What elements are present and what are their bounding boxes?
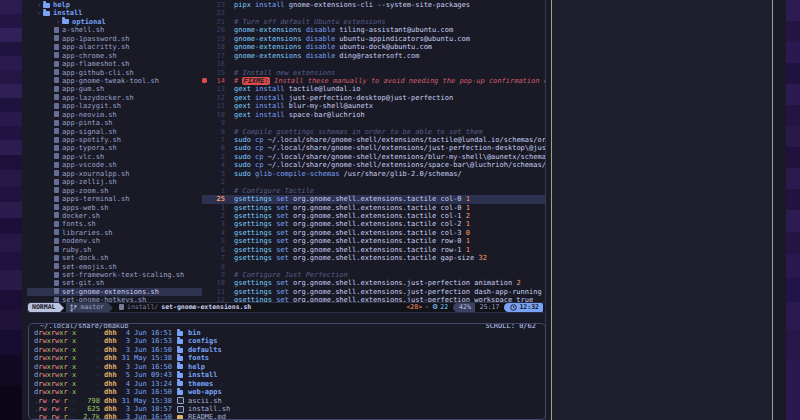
tree-item-app-gnome-tweak-tool.sh[interactable]: app-gnome-tweak-tool.sh bbox=[27, 77, 202, 85]
editor-line[interactable]: 16 bbox=[202, 60, 545, 68]
tree-item-set-git.sh[interactable]: set-git.sh bbox=[27, 279, 202, 287]
tree-item-set-emojis.sh[interactable]: set-emojis.sh bbox=[27, 263, 202, 271]
editor-line[interactable]: 21# Turn off default Ubuntu extensions bbox=[202, 18, 545, 26]
tree-item-app-pinta.sh[interactable]: app-pinta.sh bbox=[27, 119, 202, 127]
code-token: ~/.local/share/gnome-shell/extensions/ta… bbox=[264, 136, 545, 144]
editor-line[interactable]: 20gnome-extensions disable tiling-assist… bbox=[202, 26, 545, 34]
editor-line[interactable]: 15# Install new extensions bbox=[202, 69, 545, 77]
editor-line[interactable]: 1# Configure Tactile bbox=[202, 187, 545, 195]
tree-item-app-typora.sh[interactable]: app-typora.sh bbox=[27, 144, 202, 152]
editor-line[interactable]: 9# Configure Just Perfection bbox=[202, 271, 545, 279]
tree-item-ruby.sh[interactable]: ruby.sh bbox=[27, 246, 202, 254]
tree-item-app-vlc.sh[interactable]: app-vlc.sh bbox=[27, 153, 202, 161]
code-token: 2 bbox=[462, 212, 470, 220]
editor-line[interactable]: 25gsettings set org.gnome.shell.extensio… bbox=[202, 195, 545, 203]
editor-line[interactable]: 3gsettings set org.gnome.shell.extension… bbox=[202, 220, 545, 228]
code-token: set bbox=[272, 195, 289, 203]
editor-line[interactable]: 8 bbox=[202, 263, 545, 271]
right-pane[interactable] bbox=[551, 0, 773, 420]
editor-line[interactable]: 2gsettings set org.gnome.shell.extension… bbox=[202, 212, 545, 220]
editor-line[interactable]: 10gsettings set org.gnome.shell.extensio… bbox=[202, 279, 545, 287]
editor-line[interactable]: 10gext install space-bar@luchrioh bbox=[202, 111, 545, 119]
tree-item-app-lazydocker.sh[interactable]: app-lazydocker.sh bbox=[27, 94, 202, 102]
tree-item-label: apps-web.sh bbox=[62, 204, 108, 212]
code-text: gsettings set org.gnome.shell.extensions… bbox=[234, 288, 542, 296]
code-token: org.gnome.shell.extensions.tactile col-1 bbox=[289, 212, 462, 220]
code-text: gext install just-perfection-desktop@jus… bbox=[234, 94, 453, 102]
tree-item-app-alacritty.sh[interactable]: app-alacritty.sh bbox=[27, 43, 202, 51]
tree-item-app-1password.sh[interactable]: app-1password.sh bbox=[27, 35, 202, 43]
tree-item-app-vscode.sh[interactable]: app-vscode.sh bbox=[27, 161, 202, 169]
clock-time: 12:32 bbox=[519, 303, 539, 312]
file-name: install bbox=[188, 371, 218, 379]
tree-item-docker.sh[interactable]: docker.sh bbox=[27, 212, 202, 220]
editor-line[interactable]: 4sudo cp ~/.local/share/gnome-shell/exte… bbox=[202, 161, 545, 169]
editor-line[interactable]: 5sudo cp ~/.local/share/gnome-shell/exte… bbox=[202, 153, 545, 161]
tree-item-libraries.sh[interactable]: libraries.sh bbox=[27, 229, 202, 237]
shell-file-icon bbox=[177, 397, 184, 404]
line-number: 21 bbox=[210, 18, 225, 26]
tree-item-app-chrome.sh[interactable]: app-chrome.sh bbox=[27, 52, 202, 60]
editor-line[interactable]: 22 bbox=[202, 9, 545, 17]
file-date: 3 Jun 16:50 bbox=[121, 346, 172, 354]
editor-line[interactable]: 7sudo cp ~/.local/share/gnome-shell/exte… bbox=[202, 136, 545, 144]
line-number: 13 bbox=[210, 85, 225, 93]
shell-file-icon bbox=[54, 137, 59, 143]
code-token: gsettings bbox=[234, 204, 272, 212]
code-token: gsettings bbox=[234, 195, 272, 203]
editor-line[interactable]: 13gext install tactile@lundal.io bbox=[202, 85, 545, 93]
editor-line[interactable]: 18gnome-extensions disable ubuntu-dock@u… bbox=[202, 43, 545, 51]
tree-item-app-github-cli.sh[interactable]: app-github-cli.sh bbox=[27, 69, 202, 77]
editor-line[interactable]: 7gsettings set org.gnome.shell.extension… bbox=[202, 254, 545, 262]
editor-line[interactable]: 3sudo glib-compile-schemas /usr/share/gl… bbox=[202, 170, 545, 178]
editor-line[interactable]: 4gsettings set org.gnome.shell.extension… bbox=[202, 229, 545, 237]
tree-item-app-spotify.sh[interactable]: app-spotify.sh bbox=[27, 136, 202, 144]
code-token: install bbox=[251, 85, 285, 93]
tree-item-app-flameshot.sh[interactable]: app-flameshot.sh bbox=[27, 60, 202, 68]
tree-item-install[interactable]: ›install bbox=[27, 9, 202, 17]
file-owner: dhh bbox=[104, 380, 118, 388]
tree-item-optional[interactable]: ›optional bbox=[27, 18, 202, 26]
tree-item-app-xournalpp.sh[interactable]: app-xournalpp.sh bbox=[27, 170, 202, 178]
tree-item-nodenv.sh[interactable]: nodenv.sh bbox=[27, 237, 202, 245]
tree-item-app-lazygit.sh[interactable]: app-lazygit.sh bbox=[27, 102, 202, 110]
tree-item-app-zoom.sh[interactable]: app-zoom.sh bbox=[27, 187, 202, 195]
shell-file-icon bbox=[54, 196, 59, 202]
editor-line[interactable]: 9 bbox=[202, 119, 545, 127]
editor-line[interactable]: 5gsettings set org.gnome.shell.extension… bbox=[202, 237, 545, 245]
tree-item-app-zellij.sh[interactable]: app-zellij.sh bbox=[27, 178, 202, 186]
tree-item-app-neovim.sh[interactable]: app-neovim.sh bbox=[27, 111, 202, 119]
tree-item-apps-terminal.sh[interactable]: apps-terminal.sh bbox=[27, 195, 202, 203]
editor-line[interactable]: 11gext install blur-my-shell@aunetx bbox=[202, 102, 545, 110]
code-token: # Configure Tactile bbox=[234, 187, 314, 195]
tree-item-set-gnome-extensions.sh[interactable]: set-gnome-extensions.sh bbox=[27, 288, 202, 296]
editor-line[interactable]: 19gnome-extensions disable ubuntu-appind… bbox=[202, 35, 545, 43]
editor-line[interactable]: 17gnome-extensions disable ding@rasterso… bbox=[202, 52, 545, 60]
tree-item-set-framework-text-scaling.sh[interactable]: set-framework-text-scaling.sh bbox=[27, 271, 202, 279]
tree-item-set-dock.sh[interactable]: set-dock.sh bbox=[27, 254, 202, 262]
editor-panel[interactable]: 23pipx install gnome-extensions-cli --sy… bbox=[202, 1, 545, 302]
code-token: gext bbox=[234, 85, 251, 93]
editor-line[interactable]: 11gsettings set org.gnome.shell.extensio… bbox=[202, 288, 545, 296]
tree-item-help[interactable]: ›help bbox=[27, 1, 202, 9]
tree-item-label: app-signal.sh bbox=[62, 128, 117, 136]
editor-line[interactable]: 1gsettings set org.gnome.shell.extension… bbox=[202, 204, 545, 212]
tree-item-label: help bbox=[53, 1, 70, 9]
file-name: themes bbox=[188, 380, 213, 388]
filename: install/set-gnome-extensions.sh bbox=[119, 303, 251, 311]
bottom-pane[interactable]: ~/.local/share/omakub SCROLL: 0/62 drwxr… bbox=[28, 323, 546, 420]
tree-item-label: nodenv.sh bbox=[62, 237, 100, 245]
tree-item-a-shell.sh[interactable]: a-shell.sh bbox=[27, 26, 202, 34]
git-branch[interactable]: master bbox=[66, 303, 107, 312]
tree-item-app-signal.sh[interactable]: app-signal.sh bbox=[27, 128, 202, 136]
editor-line[interactable]: 2 bbox=[202, 178, 545, 186]
editor-line[interactable]: 8# Compile gsettings schemas in order to… bbox=[202, 128, 545, 136]
editor-line[interactable]: 14# FIXME: Install these manually to avo… bbox=[202, 77, 545, 85]
editor-line[interactable]: 6gsettings set org.gnome.shell.extension… bbox=[202, 246, 545, 254]
tree-item-app-gum.sh[interactable]: app-gum.sh bbox=[27, 85, 202, 93]
editor-line[interactable]: 6sudo cp ~/.local/share/gnome-shell/exte… bbox=[202, 144, 545, 152]
tree-item-fonts.sh[interactable]: fonts.sh bbox=[27, 220, 202, 228]
tree-item-apps-web.sh[interactable]: apps-web.sh bbox=[27, 204, 202, 212]
editor-line[interactable]: 12gext install just-perfection-desktop@j… bbox=[202, 94, 545, 102]
editor-line[interactable]: 23pipx install gnome-extensions-cli --sy… bbox=[202, 1, 545, 9]
